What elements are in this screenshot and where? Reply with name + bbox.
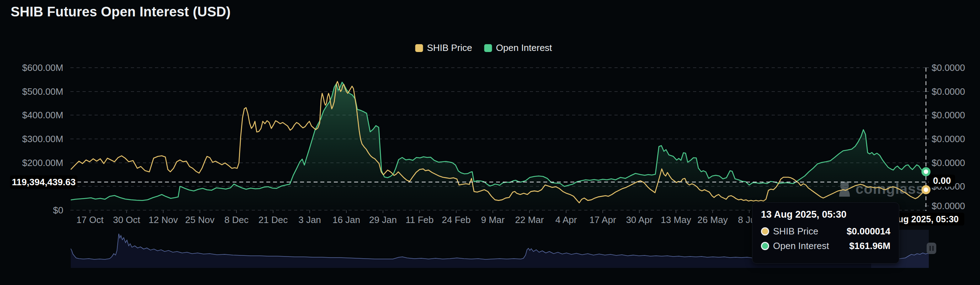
left-axis-tick: $600.00M xyxy=(10,62,63,74)
x-axis-tick: 17 Oct xyxy=(76,215,104,226)
tooltip-row: SHIB Price$0.000014 xyxy=(761,226,890,237)
x-axis-tick: 8 Dec xyxy=(224,215,248,226)
open-interest-marker xyxy=(923,168,929,175)
chart-page: SHIB Futures Open Interest (USD) SHIB Pr… xyxy=(0,0,980,285)
tooltip-row-label: SHIB Price xyxy=(773,226,846,237)
legend-item-open-interest[interactable]: Open Interest xyxy=(484,42,552,53)
x-axis-tick: 30 Apr xyxy=(626,215,652,226)
x-axis-tick: 25 Nov xyxy=(185,215,215,226)
legend-item-label: Open Interest xyxy=(496,42,552,53)
x-axis-tick: 4 Apr xyxy=(555,215,577,226)
left-axis-tick: $500.00M xyxy=(10,86,63,97)
right-axis-tick: $0.0000 xyxy=(932,157,965,168)
legend-swatch-icon xyxy=(484,44,492,52)
shib-price-marker xyxy=(923,186,929,193)
series-dot-icon xyxy=(761,227,769,235)
crosshair-price-value-badge: 0.00 xyxy=(929,175,955,187)
crosshair-oi-value-badge: 119,394,439.63 xyxy=(10,175,78,189)
left-axis-tick: $300.00M xyxy=(10,134,63,145)
legend-item-label: SHIB Price xyxy=(427,42,472,53)
x-axis-tick: 3 Jan xyxy=(298,215,321,226)
right-axis-tick: $0.0000 xyxy=(932,62,965,74)
right-axis-tick: $0.0000 xyxy=(932,110,965,121)
x-axis-tick: 22 Mar xyxy=(515,215,544,226)
chart-tooltip: 13 Aug 2025, 05:30 SHIB Price$0.000014Op… xyxy=(752,202,899,264)
x-axis-tick: 21 Dec xyxy=(259,215,288,226)
right-axis-tick: $0.0000 xyxy=(932,86,965,97)
tooltip-date: 13 Aug 2025, 05:30 xyxy=(761,209,890,220)
x-axis-tick: 9 Mar xyxy=(481,215,504,226)
right-axis-tick: $0.0000 xyxy=(932,134,965,145)
x-axis-tick: 13 May xyxy=(661,215,691,226)
left-axis-tick: $200.00M xyxy=(10,157,63,168)
x-axis-tick: 26 May xyxy=(697,215,727,226)
right-axis-tick: $0.0000 xyxy=(932,200,965,211)
legend-item-shib-price[interactable]: SHIB Price xyxy=(415,42,472,53)
navigator-handle[interactable] xyxy=(927,243,936,254)
tooltip-row-value: $161.96M xyxy=(849,240,890,251)
left-axis-tick: $0 xyxy=(10,205,63,216)
legend: SHIB PriceOpen Interest xyxy=(415,42,552,53)
series-dot-icon xyxy=(761,242,769,250)
legend-swatch-icon xyxy=(415,44,423,52)
tooltip-row: Open Interest$161.96M xyxy=(761,240,890,251)
tooltip-row-label: Open Interest xyxy=(773,240,849,251)
left-axis-tick: $400.00M xyxy=(10,110,63,121)
x-axis-tick: 16 Jan xyxy=(332,215,360,226)
x-axis-tick: 29 Jan xyxy=(369,215,397,226)
x-axis-tick: 11 Feb xyxy=(406,215,433,226)
x-axis-tick: 17 Apr xyxy=(589,215,616,226)
tooltip-row-value: $0.000014 xyxy=(846,226,890,237)
page-title: SHIB Futures Open Interest (USD) xyxy=(11,4,231,19)
open-interest-area xyxy=(71,82,926,210)
x-axis-tick: 24 Feb xyxy=(442,215,471,226)
x-axis-tick: 30 Oct xyxy=(113,215,140,226)
x-axis-tick: 12 Nov xyxy=(149,215,178,226)
